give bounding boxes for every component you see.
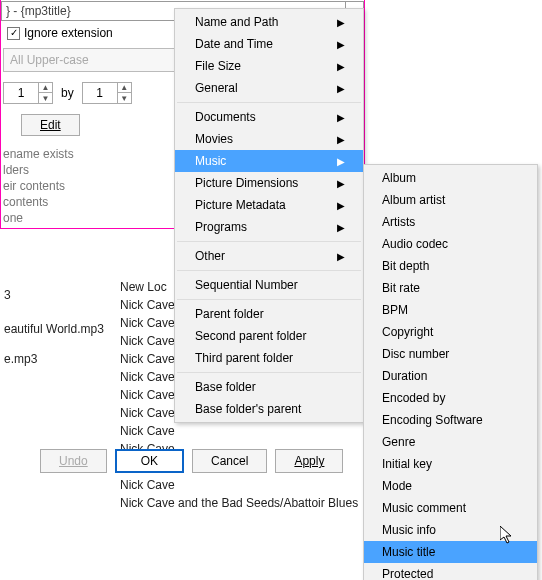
submenu-item-protected[interactable]: Protected (364, 563, 537, 580)
menu-item-base-folder-s-parent[interactable]: Base folder's parent (175, 398, 363, 420)
edit-button[interactable]: Edit (21, 114, 80, 136)
menu-item-label: Programs (195, 220, 247, 234)
submenu-arrow-icon: ▶ (337, 134, 345, 145)
music-submenu: AlbumAlbum artistArtistsAudio codecBit d… (363, 164, 538, 580)
menu-item-label: Third parent folder (195, 351, 293, 365)
menu-item-label: General (195, 81, 238, 95)
menu-item-file-size[interactable]: File Size▶ (175, 55, 363, 77)
submenu-arrow-icon: ▶ (337, 200, 345, 211)
menu-item-label: Sequential Number (195, 278, 298, 292)
menu-item-label: Base folder's parent (195, 402, 301, 416)
spin-up-icon[interactable]: ▲ (38, 83, 52, 93)
menu-item-base-folder[interactable]: Base folder (175, 376, 363, 398)
menu-item-other[interactable]: Other▶ (175, 245, 363, 267)
newloc-cell[interactable]: Nick Cave and the Bad Seeds/Abattoir Blu… (116, 494, 364, 512)
menu-item-picture-metadata[interactable]: Picture Metadata▶ (175, 194, 363, 216)
variable-menu: Name and Path▶Date and Time▶File Size▶Ge… (174, 8, 364, 423)
submenu-item-bpm[interactable]: BPM (364, 299, 537, 321)
menu-item-label: Picture Dimensions (195, 176, 298, 190)
spin-start-value[interactable] (4, 86, 38, 100)
dialog-buttons: Undo OK Cancel Apply (40, 449, 343, 473)
submenu-item-initial-key[interactable]: Initial key (364, 453, 537, 475)
submenu-item-mode[interactable]: Mode (364, 475, 537, 497)
menu-separator (177, 299, 361, 300)
menu-item-general[interactable]: General▶ (175, 77, 363, 99)
submenu-arrow-icon: ▶ (337, 39, 345, 50)
spin-up-icon[interactable]: ▲ (117, 83, 131, 93)
menu-item-label: File Size (195, 59, 241, 73)
submenu-item-encoded-by[interactable]: Encoded by (364, 387, 537, 409)
spin-step-value[interactable] (83, 86, 117, 100)
apply-button[interactable]: Apply (275, 449, 343, 473)
submenu-arrow-icon: ▶ (337, 61, 345, 72)
submenu-item-duration[interactable]: Duration (364, 365, 537, 387)
undo-button[interactable]: Undo (40, 449, 107, 473)
submenu-item-copyright[interactable]: Copyright (364, 321, 537, 343)
menu-item-sequential-number[interactable]: Sequential Number (175, 274, 363, 296)
menu-item-label: Parent folder (195, 307, 264, 321)
spin-down-icon[interactable]: ▼ (117, 93, 131, 103)
submenu-arrow-icon: ▶ (337, 112, 345, 123)
menu-separator (177, 372, 361, 373)
submenu-item-music-title[interactable]: Music title (364, 541, 537, 563)
submenu-item-encoding-software[interactable]: Encoding Software (364, 409, 537, 431)
submenu-item-audio-codec[interactable]: Audio codec (364, 233, 537, 255)
menu-item-parent-folder[interactable]: Parent folder (175, 303, 363, 325)
menu-item-label: Movies (195, 132, 233, 146)
submenu-arrow-icon: ▶ (337, 222, 345, 233)
menu-item-label: Second parent folder (195, 329, 306, 343)
menu-item-music[interactable]: Music▶ (175, 150, 363, 172)
spin-start[interactable]: ▲▼ (3, 82, 53, 104)
ignore-extension-label: Ignore extension (24, 26, 113, 40)
ignore-extension-checkbox[interactable]: ✓ (7, 27, 20, 40)
by-label: by (61, 86, 74, 100)
menu-item-label: Name and Path (195, 15, 278, 29)
submenu-arrow-icon: ▶ (337, 178, 345, 189)
submenu-item-genre[interactable]: Genre (364, 431, 537, 453)
menu-item-date-and-time[interactable]: Date and Time▶ (175, 33, 363, 55)
submenu-item-bit-depth[interactable]: Bit depth (364, 255, 537, 277)
submenu-item-disc-number[interactable]: Disc number (364, 343, 537, 365)
ok-button[interactable]: OK (115, 449, 184, 473)
submenu-arrow-icon: ▶ (337, 251, 345, 262)
submenu-arrow-icon: ▶ (337, 83, 345, 94)
submenu-item-bit-rate[interactable]: Bit rate (364, 277, 537, 299)
menu-separator (177, 241, 361, 242)
menu-separator (177, 102, 361, 103)
menu-item-programs[interactable]: Programs▶ (175, 216, 363, 238)
menu-item-documents[interactable]: Documents▶ (175, 106, 363, 128)
menu-item-third-parent-folder[interactable]: Third parent folder (175, 347, 363, 369)
menu-item-name-and-path[interactable]: Name and Path▶ (175, 11, 363, 33)
menu-item-second-parent-folder[interactable]: Second parent folder (175, 325, 363, 347)
submenu-arrow-icon: ▶ (337, 17, 345, 28)
spin-step[interactable]: ▲▼ (82, 82, 132, 104)
menu-item-label: Music (195, 154, 226, 168)
menu-item-label: Date and Time (195, 37, 273, 51)
menu-item-picture-dimensions[interactable]: Picture Dimensions▶ (175, 172, 363, 194)
submenu-item-music-comment[interactable]: Music comment (364, 497, 537, 519)
newloc-cell[interactable]: Nick Cave (116, 476, 364, 494)
spin-down-icon[interactable]: ▼ (38, 93, 52, 103)
menu-item-label: Documents (195, 110, 256, 124)
newloc-cell[interactable]: Nick Cave (116, 422, 364, 440)
menu-item-movies[interactable]: Movies▶ (175, 128, 363, 150)
menu-item-label: Picture Metadata (195, 198, 286, 212)
submenu-arrow-icon: ▶ (337, 156, 345, 167)
menu-item-label: Base folder (195, 380, 256, 394)
submenu-item-album-artist[interactable]: Album artist (364, 189, 537, 211)
cancel-button[interactable]: Cancel (192, 449, 267, 473)
submenu-item-music-info[interactable]: Music info (364, 519, 537, 541)
submenu-item-artists[interactable]: Artists (364, 211, 537, 233)
submenu-item-album[interactable]: Album (364, 167, 537, 189)
menu-item-label: Other (195, 249, 225, 263)
menu-separator (177, 270, 361, 271)
